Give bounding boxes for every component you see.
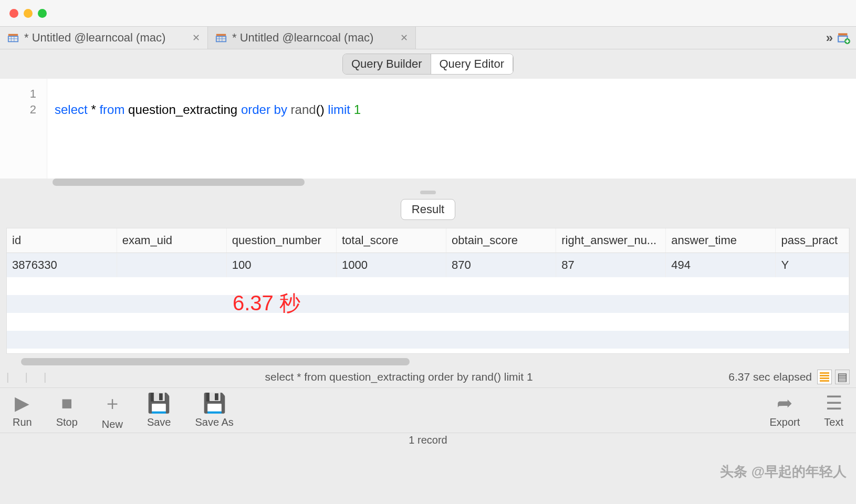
play-icon: ▶ xyxy=(15,392,29,414)
sql-editor[interactable]: 1 2 select * from question_extracting or… xyxy=(0,79,856,178)
bottom-toolbar: ▶Run ■Stop ＋New 💾Save 💾Save As ➦Export ☰… xyxy=(0,387,856,433)
pane-splitter[interactable] xyxy=(0,186,856,198)
query-editor-tab[interactable]: Query Editor xyxy=(431,54,514,74)
tab-label: * Untitled @learncoal (mac) xyxy=(232,31,373,45)
cell[interactable]: 87 xyxy=(556,253,666,278)
more-tabs-icon[interactable]: » xyxy=(826,30,833,45)
column-header[interactable]: id xyxy=(7,228,117,253)
keyword: limit xyxy=(328,102,350,117)
svg-rect-0 xyxy=(8,34,18,36)
status-query-text: select * from question_extracting order … xyxy=(69,371,728,383)
stop-button[interactable]: ■Stop xyxy=(56,392,78,428)
button-label: Run xyxy=(13,416,32,428)
share-icon: ➦ xyxy=(777,392,792,414)
result-tab[interactable]: Result xyxy=(401,199,455,220)
button-label: Text xyxy=(824,416,843,428)
column-header[interactable]: question_number xyxy=(226,228,336,253)
parens: () xyxy=(316,102,325,117)
plus-circle-icon: ＋ xyxy=(103,391,122,416)
tab-1[interactable]: * Untitled @learncoal (mac) ✕ xyxy=(208,27,416,49)
button-label: Export xyxy=(770,416,800,428)
editor-horizontal-scrollbar[interactable] xyxy=(53,178,305,186)
results-panel: idexam_uidquestion_numbertotal_scoreobta… xyxy=(6,228,850,354)
column-header[interactable]: obtain_score xyxy=(446,228,556,253)
keyword: select xyxy=(55,102,88,117)
save-icon: 💾 xyxy=(147,392,171,414)
button-label: Save xyxy=(147,416,171,428)
svg-rect-6 xyxy=(216,36,226,41)
cell[interactable]: 100 xyxy=(226,253,336,278)
code-area[interactable]: select * from question_extracting order … xyxy=(47,79,368,178)
keyword: order by xyxy=(241,102,287,117)
result-tab-bar: Result xyxy=(0,198,856,220)
close-window-button[interactable] xyxy=(9,9,18,18)
watermark: 头条 @早起的年轻人 xyxy=(720,463,847,481)
line-number: 2 xyxy=(0,102,36,118)
table-header-row: idexam_uidquestion_numbertotal_scoreobta… xyxy=(7,228,849,253)
footer-record-count: 1 record xyxy=(0,433,856,447)
tab-label: * Untitled @learncoal (mac) xyxy=(24,31,165,45)
cell[interactable]: Y xyxy=(776,253,849,278)
table-icon xyxy=(215,32,227,44)
text-icon: ☰ xyxy=(826,392,842,414)
status-bar: ||| select * from question_extracting or… xyxy=(0,366,856,387)
close-icon[interactable]: ✕ xyxy=(192,32,200,44)
close-icon[interactable]: ✕ xyxy=(400,32,408,44)
column-header[interactable]: exam_uid xyxy=(117,228,226,253)
identifier: question_extracting xyxy=(128,102,237,117)
editor-mode-bar: Query Builder Query Editor xyxy=(0,49,856,79)
new-tab-icon[interactable] xyxy=(837,31,851,45)
line-number-gutter: 1 2 xyxy=(0,79,47,178)
tab-strip-actions: » xyxy=(826,27,856,49)
run-button[interactable]: ▶Run xyxy=(13,392,32,428)
tab-bar: * Untitled @learncoal (mac) ✕ * Untitled… xyxy=(0,26,856,49)
stop-icon: ■ xyxy=(61,392,72,414)
cell[interactable]: 494 xyxy=(666,253,776,278)
results-table: idexam_uidquestion_numbertotal_scoreobta… xyxy=(7,228,849,349)
status-separator: ||| xyxy=(6,371,69,383)
cell[interactable] xyxy=(117,253,226,278)
timing-annotation: 6.37 秒 xyxy=(233,289,300,318)
new-button[interactable]: ＋New xyxy=(102,391,123,430)
segmented-control: Query Builder Query Editor xyxy=(342,54,514,75)
operator: * xyxy=(91,102,96,117)
query-builder-tab[interactable]: Query Builder xyxy=(343,54,431,74)
form-view-icon[interactable]: ▤ xyxy=(835,370,850,384)
status-timing: 6.37 sec elapsed xyxy=(728,371,812,383)
number-literal: 1 xyxy=(354,102,361,117)
button-label: New xyxy=(102,418,123,430)
button-label: Stop xyxy=(56,416,78,428)
column-header[interactable]: pass_pract xyxy=(776,228,849,253)
line-number: 1 xyxy=(0,86,36,102)
window-controls xyxy=(9,9,47,18)
save-as-button[interactable]: 💾Save As xyxy=(195,392,233,428)
save-as-icon: 💾 xyxy=(203,392,226,414)
svg-rect-1 xyxy=(8,36,18,41)
keyword: from xyxy=(99,102,124,117)
table-icon xyxy=(7,32,19,44)
view-mode-icons: ▤ xyxy=(817,370,850,384)
text-button[interactable]: ☰Text xyxy=(824,392,843,428)
minimize-window-button[interactable] xyxy=(24,9,33,18)
cell[interactable]: 3876330 xyxy=(7,253,117,278)
button-label: Save As xyxy=(195,416,233,428)
cell[interactable]: 1000 xyxy=(336,253,446,278)
save-button[interactable]: 💾Save xyxy=(147,392,171,428)
column-header[interactable]: answer_time xyxy=(666,228,776,253)
titlebar xyxy=(0,0,856,26)
maximize-window-button[interactable] xyxy=(38,9,47,18)
svg-rect-10 xyxy=(838,33,847,35)
column-header[interactable]: right_answer_nu... xyxy=(556,228,666,253)
tab-0[interactable]: * Untitled @learncoal (mac) ✕ xyxy=(0,27,208,49)
function: rand xyxy=(291,102,316,117)
export-button[interactable]: ➦Export xyxy=(770,392,800,428)
results-horizontal-scrollbar[interactable] xyxy=(21,358,850,366)
svg-rect-5 xyxy=(216,34,226,36)
column-header[interactable]: total_score xyxy=(336,228,446,253)
cell[interactable]: 870 xyxy=(446,253,556,278)
grid-view-icon[interactable] xyxy=(817,370,832,384)
table-row[interactable]: 3876330100100087087494Y xyxy=(7,253,849,278)
